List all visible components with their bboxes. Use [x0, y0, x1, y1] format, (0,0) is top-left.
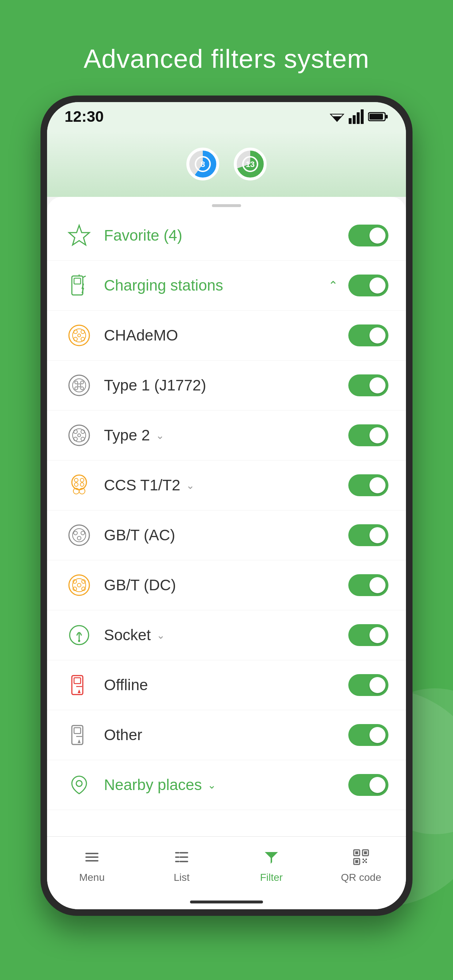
- gbt-dc-label: GB/T (DC): [104, 576, 348, 594]
- gbt-dc-icon: [65, 571, 94, 600]
- map-marker-1: 8: [187, 148, 219, 180]
- svg-point-17: [81, 330, 85, 334]
- home-bar: [190, 900, 263, 904]
- svg-rect-27: [78, 384, 81, 387]
- filter-row-gbt-ac[interactable]: GB/T (AC): [47, 511, 406, 560]
- svg-point-38: [74, 483, 78, 486]
- filter-icon: [263, 848, 280, 869]
- nav-menu[interactable]: Menu: [47, 848, 137, 883]
- gbt-dc-toggle[interactable]: [348, 574, 388, 596]
- svg-line-13: [83, 276, 86, 277]
- svg-point-18: [74, 337, 77, 341]
- filter-row-type2[interactable]: Type 2 ⌄: [47, 410, 406, 460]
- map-marker-2: 13: [234, 148, 266, 180]
- type1-icon: [65, 371, 94, 400]
- signal-icon: [349, 110, 364, 124]
- offline-toggle[interactable]: [348, 674, 388, 696]
- filter-row-favorite[interactable]: Favorite (4): [47, 211, 406, 261]
- nearby-icon: [65, 770, 94, 800]
- nearby-toggle[interactable]: [348, 774, 388, 796]
- gbt-ac-toggle[interactable]: [348, 524, 388, 546]
- nav-list-label: List: [174, 872, 190, 883]
- svg-rect-61: [74, 728, 81, 733]
- charging-stations-chevron: ⌃: [328, 278, 338, 293]
- gbt-ac-icon: [65, 520, 94, 550]
- status-icons: [330, 110, 388, 124]
- filter-row-nearby[interactable]: Nearby places ⌄: [47, 760, 406, 810]
- nearby-chevron: ⌄: [207, 779, 216, 791]
- svg-point-24: [81, 381, 83, 384]
- svg-rect-78: [355, 860, 358, 863]
- filter-row-other[interactable]: Other: [47, 710, 406, 760]
- home-indicator: [47, 895, 406, 909]
- svg-rect-60: [72, 725, 83, 745]
- status-time: 12:30: [65, 108, 104, 126]
- svg-rect-83: [364, 860, 365, 862]
- svg-point-48: [73, 579, 86, 592]
- svg-point-20: [78, 334, 81, 337]
- type2-label: Type 2 ⌄: [104, 426, 348, 444]
- svg-point-63: [76, 781, 82, 786]
- svg-point-37: [80, 478, 84, 482]
- nav-filter[interactable]: Filter: [226, 848, 316, 883]
- socket-toggle[interactable]: [348, 624, 388, 646]
- svg-marker-9: [69, 225, 89, 245]
- type1-toggle[interactable]: [348, 374, 388, 396]
- charging-stations-toggle[interactable]: [348, 275, 388, 296]
- type1-label: Type 1 (J1772): [104, 377, 348, 394]
- svg-point-47: [69, 575, 89, 595]
- favorite-toggle[interactable]: [348, 224, 388, 247]
- type2-icon: [65, 421, 94, 450]
- svg-point-32: [74, 437, 77, 441]
- svg-rect-80: [365, 859, 367, 860]
- filter-panel[interactable]: Favorite (4) Charging stations ⌃: [47, 197, 406, 836]
- svg-rect-4: [386, 115, 388, 118]
- filter-row-socket[interactable]: Socket ⌄: [47, 610, 406, 660]
- ccs-label: CCS T1/T2 ⌄: [104, 477, 348, 494]
- svg-point-29: [73, 429, 86, 442]
- filter-row-charging-stations[interactable]: Charging stations ⌃: [47, 261, 406, 310]
- svg-point-56: [78, 640, 80, 642]
- other-icon: [65, 721, 94, 749]
- svg-point-46: [77, 536, 81, 540]
- svg-point-23: [75, 381, 78, 384]
- svg-text:8: 8: [201, 160, 205, 169]
- svg-point-35: [72, 475, 86, 490]
- nav-qrcode[interactable]: QR code: [316, 848, 406, 883]
- svg-point-26: [81, 387, 83, 390]
- filter-row-type1[interactable]: Type 1 (J1772): [47, 361, 406, 410]
- svg-text:13: 13: [246, 160, 255, 169]
- svg-point-25: [75, 387, 78, 390]
- svg-rect-81: [362, 862, 364, 863]
- other-toggle[interactable]: [348, 724, 388, 746]
- drag-handle[interactable]: [47, 197, 406, 211]
- type2-chevron: ⌄: [156, 430, 164, 442]
- svg-point-44: [74, 531, 77, 535]
- svg-marker-0: [333, 116, 341, 121]
- nearby-label: Nearby places ⌄: [104, 776, 348, 794]
- filter-row-ccs[interactable]: CCS T1/T2 ⌄: [47, 460, 406, 511]
- svg-rect-58: [74, 678, 81, 684]
- ccs-toggle[interactable]: [348, 474, 388, 496]
- list-icon: [173, 848, 190, 869]
- svg-rect-76: [364, 851, 367, 854]
- svg-rect-11: [74, 278, 81, 284]
- svg-point-33: [81, 437, 85, 441]
- svg-rect-57: [72, 676, 83, 695]
- svg-point-16: [74, 330, 77, 334]
- phone-frame: 12:30: [40, 95, 413, 916]
- chademo-label: CHAdeMO: [104, 327, 348, 344]
- page-title: Advanced filters system: [83, 44, 369, 74]
- nav-list[interactable]: List: [137, 848, 226, 883]
- svg-point-21: [69, 375, 89, 396]
- filter-row-offline[interactable]: Offline: [47, 660, 406, 710]
- type2-toggle[interactable]: [348, 425, 388, 446]
- filter-row-chademo[interactable]: CHAdeMO: [47, 310, 406, 361]
- favorite-label: Favorite (4): [104, 227, 348, 244]
- chademo-toggle[interactable]: [348, 325, 388, 346]
- svg-point-15: [73, 329, 86, 342]
- svg-point-39: [80, 483, 84, 486]
- chademo-icon: [65, 321, 94, 350]
- filter-row-gbt-dc[interactable]: GB/T (DC): [47, 560, 406, 610]
- qr-icon: [353, 848, 370, 869]
